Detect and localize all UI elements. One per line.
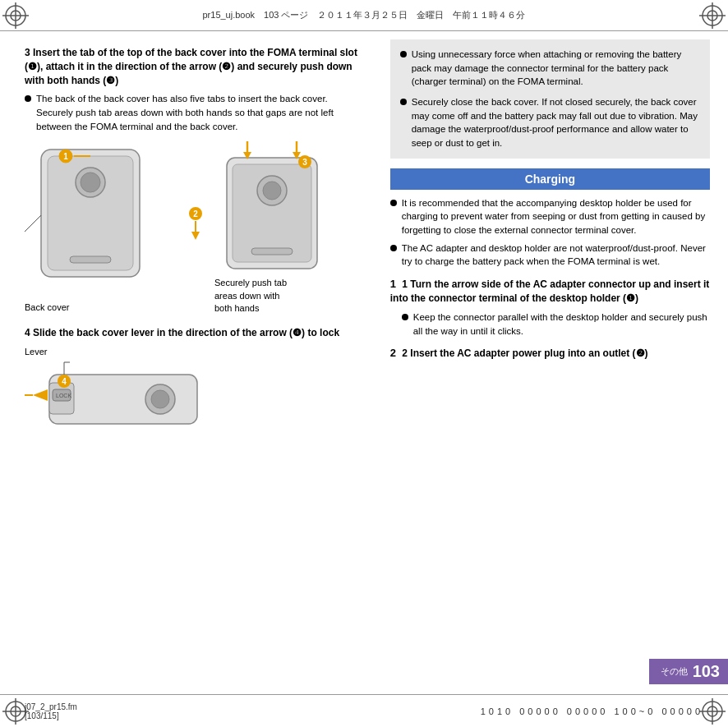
svg-rect-20 [70, 256, 111, 263]
svg-text:2: 2 [193, 209, 198, 219]
svg-rect-33 [251, 248, 293, 255]
step4-section: 4 Slide the back cover lever in the dire… [25, 326, 364, 435]
warning-box: Using unnecessary force when attaching o… [390, 39, 710, 159]
step4-heading: 4 Slide the back cover lever in the dire… [25, 326, 364, 340]
step3-right-device-svg: 3 [214, 141, 329, 273]
svg-point-32 [263, 182, 281, 200]
svg-line-24 [25, 215, 41, 232]
securely-push-label: Securely push tab areas down with both h… [214, 277, 297, 315]
svg-marker-48 [33, 389, 48, 401]
step3-illustration: 1 Back cover 2 [25, 141, 364, 316]
step3-bullets: The back of the back cover has also five… [25, 92, 364, 133]
charging-bullet-1: It is recommended that the accompanying … [390, 196, 710, 237]
charging-step1-heading: 1 1 Turn the arrow side of the AC adapte… [390, 277, 710, 306]
svg-text:3: 3 [302, 158, 307, 167]
svg-text:LOCK: LOCK [56, 393, 71, 398]
back-cover-device-svg: 1 [25, 141, 177, 314]
svg-point-19 [81, 173, 100, 192]
page-number-area: その他 103 [649, 659, 728, 684]
step4-device-svg: LOCK 4 [25, 358, 205, 432]
charging-bullet-2-icon [390, 245, 397, 251]
step3-bullet1: The back of the back cover has also five… [25, 92, 364, 133]
svg-text:1: 1 [63, 152, 68, 161]
charging-bullet-2: The AC adapter and desktop holder are no… [390, 242, 710, 269]
page-label: その他 [661, 665, 688, 678]
warning-bullet-2-icon [400, 99, 407, 105]
charging-bullets: It is recommended that the accompanying … [390, 196, 710, 269]
step3-heading: 3 Insert the tab of the top of the back … [25, 46, 364, 87]
warning-item-2: Securely close the back cover. If not cl… [400, 95, 700, 150]
svg-marker-28 [191, 232, 200, 240]
main-content: 3 Insert the tab of the top of the back … [0, 31, 728, 694]
lever-label: Lever [25, 347, 205, 357]
right-column: Using unnecessary force when attaching o… [379, 31, 728, 694]
page-number: 103 [693, 662, 720, 681]
step3-section: 3 Insert the tab of the top of the back … [25, 46, 364, 316]
charging-bullet-1-icon [390, 200, 397, 206]
warning-list: Using unnecessary force when attaching o… [400, 48, 700, 150]
step1-bullet-icon [402, 314, 408, 320]
back-cover-label: Back cover [25, 302, 69, 312]
bullet-icon [25, 95, 31, 102]
charging-header: Charging [390, 168, 710, 190]
footer-page-ref: [103/115] [25, 711, 77, 720]
header-bar: pr15_uj.book 103 ページ ２０１１年３月２５日 金曜日 午前１１… [0, 0, 728, 31]
barcode-text: 1010 00000 00000 100~0 00000 [481, 706, 703, 716]
charging-step1-bullets: Keep the connector parallel with the des… [402, 311, 710, 338]
warning-bullet-1-icon [400, 51, 407, 58]
charging-step2-heading: 2 2 Insert the AC adapter power plug int… [390, 346, 710, 361]
footer-filename: j07_2_pr15.fm [25, 702, 77, 711]
warning-item-1: Using unnecessary force when attaching o… [400, 48, 700, 89]
step4-illustration: Lever LOCK [25, 347, 364, 435]
footer-left: j07_2_pr15.fm [103/115] [25, 702, 77, 720]
charging-step1-bullet1: Keep the connector parallel with the des… [402, 311, 710, 338]
step3-arrow-svg: 2 [183, 207, 208, 240]
footer-bar: j07_2_pr15.fm [103/115] 1010 00000 00000… [0, 694, 728, 727]
left-column: 3 Insert the tab of the top of the back … [0, 31, 379, 694]
charging-step2: 2 2 Insert the AC adapter power plug int… [390, 346, 710, 361]
charging-step1: 1 1 Turn the arrow side of the AC adapte… [390, 277, 710, 338]
svg-text:4: 4 [62, 377, 67, 386]
svg-point-45 [151, 390, 169, 408]
header-text: pr15_uj.book 103 ページ ２０１１年３月２５日 金曜日 午前１１… [202, 9, 525, 21]
